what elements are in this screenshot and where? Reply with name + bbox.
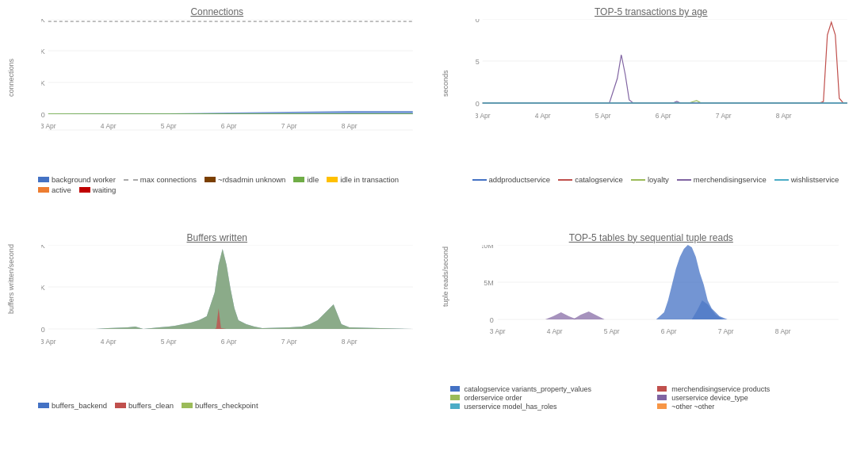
legend-label: merchendisingservice products xyxy=(671,385,770,393)
legend-label: ~rdsadmin unknown xyxy=(218,175,285,184)
legend-userservice-model-has-roles: userservice model_has_roles xyxy=(450,403,653,411)
merchendisingservice-products-swatch xyxy=(657,386,667,392)
userservice-model-has-roles-swatch xyxy=(450,403,460,409)
buffers-checkpoint-swatch xyxy=(182,403,193,408)
connections-chart-inner: 1.5K 1K 0.5K 0 3 Apr 4 Apr 5 Apr 6 Apr 7… xyxy=(41,19,420,158)
connections-svg: 1.5K 1K 0.5K 0 3 Apr 4 Apr 5 Apr 6 Apr 7… xyxy=(41,19,420,146)
svg-text:1K: 1K xyxy=(41,48,45,55)
svg-text:7 Apr: 7 Apr xyxy=(281,338,297,346)
background-worker-swatch xyxy=(38,177,49,182)
legend-label: catalogservice variants_property_values xyxy=(465,385,592,393)
legend-buffers-clean: buffers_clean xyxy=(115,401,174,410)
userservice-device-type-swatch xyxy=(657,395,667,400)
legend-rdsadmin: ~rdsadmin unknown xyxy=(205,175,285,184)
legend-idle-in-transaction: idle in transaction xyxy=(327,175,399,184)
top5-transactions-chart-area: seconds 50 25 0 xyxy=(442,19,861,174)
addproductservice-line xyxy=(472,179,487,181)
legend-label: userservice model_has_roles xyxy=(465,403,557,411)
legend-label: waiting xyxy=(93,185,117,194)
legend-label: background worker xyxy=(52,175,116,184)
legend-label: buffers_clean xyxy=(128,401,174,410)
loyalty-line xyxy=(631,179,645,181)
legend-other: ~other ~other xyxy=(657,403,860,411)
svg-text:3 Apr: 3 Apr xyxy=(41,122,56,130)
svg-text:5 Apr: 5 Apr xyxy=(161,338,177,346)
connections-chart-area: connections 1.5K 1K 0.5K 0 xyxy=(8,19,426,174)
legend-label: catalogservice xyxy=(575,175,623,184)
legend-merchendisingservice: merchendisingservice xyxy=(677,175,767,184)
svg-text:5 Apr: 5 Apr xyxy=(595,112,610,120)
buffers-chart-inner: 1K 0.5K 0 3 Apr 4 Apr 5 Apr 6 Apr 7 Apr … xyxy=(41,245,420,384)
svg-text:1K: 1K xyxy=(41,245,45,250)
top5-transactions-panel: TOP-5 transactions by age seconds 50 25 … xyxy=(434,0,869,226)
svg-text:50: 50 xyxy=(476,19,480,24)
svg-text:6 Apr: 6 Apr xyxy=(655,112,671,120)
svg-text:0: 0 xyxy=(41,111,45,119)
svg-marker-51 xyxy=(545,312,576,319)
svg-text:7 Apr: 7 Apr xyxy=(281,122,297,130)
rdsadmin-swatch xyxy=(205,177,216,182)
buffers-backend-swatch xyxy=(38,403,49,408)
legend-max-connections: max connections xyxy=(124,175,197,184)
orderservice-order-swatch xyxy=(450,395,460,400)
legend-label: idle xyxy=(307,175,319,184)
idle-in-transaction-swatch xyxy=(327,177,338,182)
buffers-panel: Buffers written buffers written/second 1… xyxy=(0,226,434,452)
legend-catalogservice-variants: catalogservice variants_property_values xyxy=(450,385,653,393)
legend-userservice-device-type: userservice device_type xyxy=(657,394,860,402)
svg-text:3 Apr: 3 Apr xyxy=(489,327,505,335)
connections-legend: background worker max connections ~rdsad… xyxy=(38,175,426,194)
svg-text:10M: 10M xyxy=(482,245,494,250)
svg-marker-37 xyxy=(48,249,413,329)
active-swatch xyxy=(38,187,49,193)
top5-tables-panel: TOP-5 tables by sequential tuple reads t… xyxy=(434,226,869,452)
connections-title: Connections xyxy=(8,6,426,17)
legend-label: wishlistservice xyxy=(791,175,839,184)
svg-text:8 Apr: 8 Apr xyxy=(775,112,791,120)
waiting-swatch xyxy=(79,187,90,193)
merchendisingservice-line xyxy=(677,179,691,181)
svg-text:6 Apr: 6 Apr xyxy=(221,338,237,346)
connections-panel: Connections connections 1.5K 1K 0.5K 0 xyxy=(0,0,434,226)
svg-text:4 Apr: 4 Apr xyxy=(546,327,562,335)
legend-merchendisingservice-products: merchendisingservice products xyxy=(657,385,860,393)
svg-text:0.5K: 0.5K xyxy=(41,284,45,292)
buffers-chart-area: buffers written/second 1K 0.5K 0 3 xyxy=(8,245,426,399)
legend-wishlistservice: wishlistservice xyxy=(774,175,839,184)
legend-label: max connections xyxy=(140,175,197,184)
svg-text:8 Apr: 8 Apr xyxy=(774,327,790,335)
svg-marker-11 xyxy=(48,113,413,114)
top5-tables-chart-inner: 10M 5M 0 3 Apr 4 Apr 5 Apr 6 Apr 7 Apr xyxy=(482,245,855,368)
top5-transactions-chart-inner: 50 25 0 3 Apr 4 Apr 5 Apr xyxy=(476,19,855,158)
legend-buffers-checkpoint: buffers_checkpoint xyxy=(182,401,258,410)
top5-transactions-title: TOP-5 transactions by age xyxy=(442,6,861,17)
buffers-clean-swatch xyxy=(115,403,126,408)
top5-tables-title: TOP-5 tables by sequential tuple reads xyxy=(442,232,861,243)
svg-text:3 Apr: 3 Apr xyxy=(41,338,56,346)
legend-label: merchendisingservice xyxy=(694,175,767,184)
top5-tables-svg: 10M 5M 0 3 Apr 4 Apr 5 Apr 6 Apr 7 Apr xyxy=(482,245,855,356)
connections-ylabel: connections xyxy=(7,58,15,96)
wishlistservice-line xyxy=(774,179,789,181)
top5-transactions-legend: addproductservice catalogservice loyalty… xyxy=(472,175,861,184)
idle-swatch xyxy=(293,177,304,182)
legend-loyalty: loyalty xyxy=(631,175,669,184)
legend-background-worker: background worker xyxy=(38,175,116,184)
legend-label: ~other ~other xyxy=(671,403,714,411)
top5-tables-ylabel: tuple reads/second xyxy=(442,247,449,307)
legend-label: userservice device_type xyxy=(671,394,748,402)
buffers-ylabel: buffers written/second xyxy=(7,244,15,314)
svg-text:0.5K: 0.5K xyxy=(41,79,45,87)
svg-text:5 Apr: 5 Apr xyxy=(161,122,177,130)
legend-waiting: waiting xyxy=(79,185,117,194)
legend-active: active xyxy=(38,185,71,194)
svg-text:0: 0 xyxy=(489,316,493,324)
legend-label: addproductservice xyxy=(489,175,551,184)
svg-text:5 Apr: 5 Apr xyxy=(603,327,619,335)
svg-text:6 Apr: 6 Apr xyxy=(660,327,676,335)
legend-label: loyalty xyxy=(648,175,669,184)
legend-idle: idle xyxy=(293,175,319,184)
svg-text:4 Apr: 4 Apr xyxy=(101,338,117,346)
svg-text:8 Apr: 8 Apr xyxy=(342,338,358,346)
legend-label: active xyxy=(52,185,71,194)
